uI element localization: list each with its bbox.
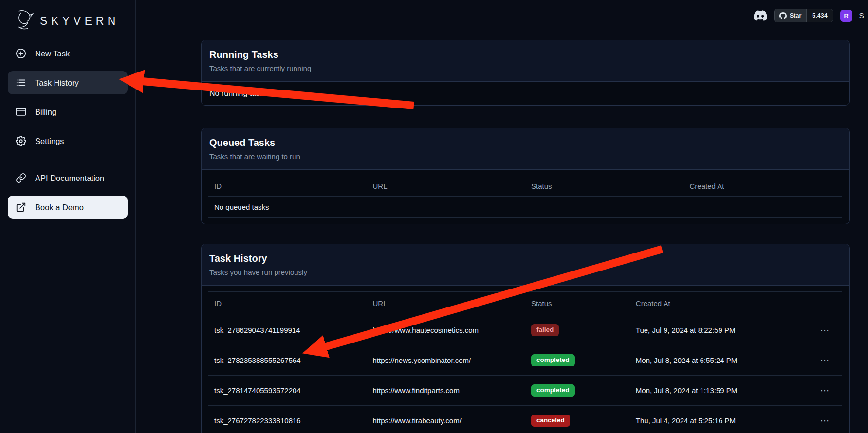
task-history-card: Task History Tasks you have run previous… [201, 244, 850, 433]
table-row[interactable]: tsk_278629043741199914 https://www.haute… [208, 315, 842, 345]
column-header-id: ID [208, 292, 367, 315]
card-title: Running Tasks [209, 49, 841, 60]
sidebar-item-new-task[interactable]: New Task [8, 42, 128, 65]
task-id-cell: tsk_278629043741199914 [208, 315, 367, 345]
sidebar-item-settings[interactable]: Settings [8, 129, 128, 153]
profile-name-partial: S [859, 11, 864, 20]
card-title: Queued Tasks [209, 137, 841, 148]
sidebar-item-billing[interactable]: Billing [8, 100, 128, 124]
task-history-header: Task History Tasks you have run previous… [202, 244, 849, 286]
app-root: { "sidebar": { "logo": "SKYVERN", "nav":… [0, 0, 868, 433]
table-row[interactable]: tsk_278147405593572204 https://www.findi… [208, 375, 842, 405]
queued-tasks-table: ID URL Status Created At No queued tasks [208, 176, 842, 218]
status-badge: completed [531, 354, 575, 366]
column-header-url: URL [367, 292, 526, 315]
column-header-status: Status [525, 292, 630, 315]
task-id-cell: tsk_278147405593572204 [208, 375, 367, 405]
task-url-cell: https://www.finditparts.com [367, 375, 526, 405]
sidebar-item-label: Task History [35, 78, 79, 88]
primary-nav: New Task Task History Billing Settings [0, 42, 135, 219]
github-star-button[interactable]: Star 5,434 [774, 9, 833, 22]
status-badge: canceled [531, 415, 570, 427]
row-actions-button[interactable]: ⋯ [817, 415, 832, 426]
task-url-cell: https://www.tirabeauty.com/ [367, 405, 526, 433]
plus-circle-icon [16, 48, 26, 59]
status-badge: failed [531, 324, 559, 336]
sidebar-item-label: Settings [35, 137, 64, 146]
running-tasks-empty-message: No running tasks [202, 82, 849, 105]
queued-tasks-header: Queued Tasks Tasks that are waiting to r… [202, 128, 849, 170]
task-history-body: tsk_278629043741199914 https://www.haute… [208, 315, 842, 433]
dragon-logo-icon [15, 9, 34, 33]
running-tasks-header: Running Tasks Tasks that are currently r… [202, 40, 849, 82]
column-header-id: ID [208, 176, 367, 197]
gear-icon [16, 136, 26, 146]
column-header-actions [807, 292, 842, 315]
external-link-icon [16, 202, 26, 213]
task-created-cell: Tue, Jul 9, 2024 at 8:22:59 PM [630, 315, 808, 345]
discord-icon[interactable] [754, 10, 767, 21]
row-actions-button[interactable]: ⋯ [817, 325, 832, 336]
credit-card-icon [16, 107, 26, 117]
queued-tasks-empty-message: No queued tasks [208, 197, 842, 218]
logo-wordmark: SKYVERN [40, 15, 119, 28]
list-icon [16, 77, 26, 88]
row-actions-button[interactable]: ⋯ [817, 385, 832, 396]
task-created-cell: Mon, Jul 8, 2024 at 1:13:59 PM [630, 375, 808, 405]
status-badge: completed [531, 384, 575, 397]
sidebar-item-api-documentation[interactable]: API Documentation [8, 166, 128, 190]
sidebar-item-label: Billing [35, 108, 56, 117]
queued-tasks-card: Queued Tasks Tasks that are waiting to r… [201, 128, 850, 224]
table-row[interactable]: tsk_278235388555267564 https://news.ycom… [208, 345, 842, 375]
sidebar-item-label: Book a Demo [35, 203, 84, 212]
column-header-url: URL [367, 176, 526, 197]
task-url-cell: https://www.hautecosmetics.com [367, 315, 526, 345]
avatar[interactable]: R [840, 10, 852, 22]
card-title: Task History [209, 253, 841, 264]
task-url-cell: https://news.ycombinator.com/ [367, 345, 526, 375]
table-row[interactable]: tsk_276727822333810816 https://www.tirab… [208, 405, 842, 433]
running-tasks-card: Running Tasks Tasks that are currently r… [201, 40, 850, 106]
sidebar-item-task-history[interactable]: Task History [8, 71, 128, 94]
card-subtitle: Tasks that are currently running [209, 64, 841, 72]
skyvern-logo[interactable]: SKYVERN [0, 5, 135, 35]
row-actions-button[interactable]: ⋯ [817, 355, 832, 366]
book-a-demo-button[interactable]: Book a Demo [8, 196, 128, 219]
sidebar: SKYVERN New Task Task History Billing Se… [0, 0, 136, 433]
secondary-nav: API Documentation Book a Demo [0, 166, 135, 219]
sidebar-item-label: New Task [35, 49, 70, 58]
card-subtitle: Tasks you have run previously [209, 268, 841, 276]
sidebar-item-label: API Documentation [35, 174, 104, 183]
github-star-count[interactable]: 5,434 [806, 9, 832, 22]
column-header-created-at: Created At [630, 292, 808, 315]
column-header-created-at: Created At [684, 176, 843, 197]
topbar: Star 5,434 R S [754, 9, 864, 22]
task-history-table: ID URL Status Created At tsk_27862904374… [208, 291, 842, 433]
task-created-cell: Thu, Jul 4, 2024 at 5:25:16 PM [630, 405, 808, 433]
card-subtitle: Tasks that are waiting to run [209, 152, 841, 161]
github-icon [779, 12, 787, 19]
task-created-cell: Mon, Jul 8, 2024 at 6:55:24 PM [630, 345, 808, 375]
link-icon [16, 173, 26, 183]
main-content: Running Tasks Tasks that are currently r… [201, 0, 850, 433]
task-id-cell: tsk_278235388555267564 [208, 345, 367, 375]
task-id-cell: tsk_276727822333810816 [208, 405, 367, 433]
github-star-label: Star [790, 12, 801, 19]
column-header-status: Status [525, 176, 684, 197]
